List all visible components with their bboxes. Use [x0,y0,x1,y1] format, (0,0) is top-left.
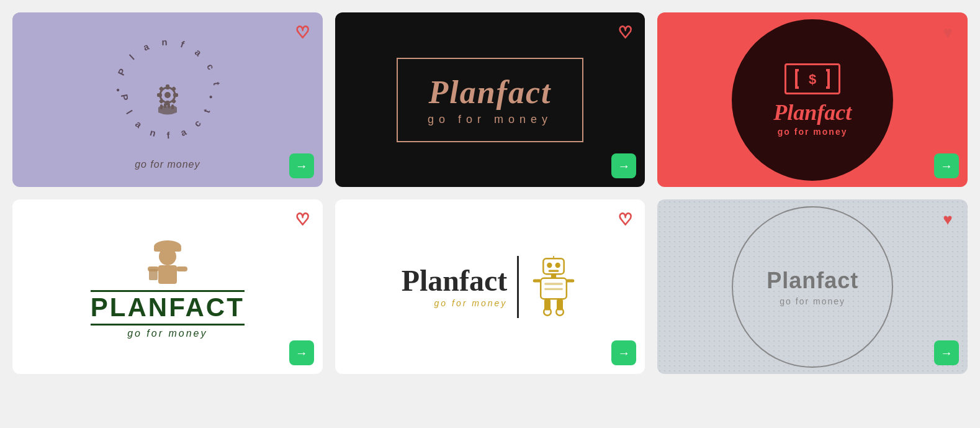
heart-icon: ♡ [295,211,310,227]
card-5-text: Planfact go for money [402,266,508,308]
heart-icon: ♡ [618,24,632,40]
card-4-brand: PLANFACT [91,290,245,325]
card-4-tagline: go for money [127,328,207,339]
card-2[interactable]: Planfact go for money ♡ → [335,12,645,187]
svg-point-31 [547,262,552,267]
svg-rect-6 [157,93,162,97]
svg-rect-39 [566,279,574,282]
svg-rect-10 [159,98,164,103]
card-6-heart-button[interactable]: ♥ [937,208,959,230]
circular-text-container: • P l a n f a c t • P l a n f a c t • [106,30,230,154]
svg-rect-15 [171,104,174,109]
dollar-box-icon: $ [794,68,831,90]
svg-rect-37 [544,288,563,289]
svg-rect-29 [149,269,158,280]
svg-point-32 [555,262,560,267]
circular-text-svg: • P l a n f a c t • P l a n f a c t • [106,30,230,154]
svg-point-25 [159,248,176,265]
card-5-brand: Planfact [402,266,508,296]
svg-rect-14 [168,103,170,108]
card-3-circle: $ Planfact go for money [732,19,893,181]
worker-figure-icon [143,234,192,290]
card-3[interactable]: $ Planfact go for money ♥ → [657,12,968,187]
card-6-brand: Planfact [766,268,858,294]
heart-icon: ♡ [295,24,310,40]
card-2-content: Planfact go for money [397,58,583,142]
card-3-brand: Planfact [773,99,852,125]
card-6-circle: Planfact go for money [732,206,893,368]
svg-rect-38 [533,279,541,282]
card-3-arrow-button[interactable]: → [934,153,959,178]
svg-rect-13 [164,103,166,108]
card-4-content: PLANFACT go for money [91,234,245,339]
card-3-heart-button[interactable]: ♥ [937,21,959,43]
svg-rect-8 [159,86,164,91]
heart-icon-filled: ♥ [943,24,952,40]
card-6[interactable]: Planfact go for money ♥ → [657,199,968,374]
svg-text:$: $ [809,71,816,87]
card-4-arrow-button[interactable]: → [289,340,314,365]
card-5-tagline: go for money [434,298,508,308]
heart-icon-filled: ♥ [943,211,952,227]
svg-rect-36 [544,283,563,285]
card-5-arrow-button[interactable]: → [611,340,636,365]
card-5-heart-button[interactable]: ♡ [614,208,636,230]
svg-rect-21 [827,69,830,89]
svg-rect-11 [171,98,176,103]
card-3-dollar-box: $ [784,63,840,94]
svg-rect-26 [158,265,177,284]
card-5[interactable]: Planfact go for money [335,199,645,374]
card-4-heart-button[interactable]: ♡ [292,208,314,230]
card-1-content: • P l a n f a c t • P l a n f a c t • [12,12,323,187]
robot-figure-icon [529,256,578,318]
card-1-heart-button[interactable]: ♡ [292,21,314,43]
card-2-arrow-button[interactable]: → [611,153,636,178]
svg-rect-33 [549,270,559,271]
card-3-tagline: go for money [778,127,848,137]
svg-rect-9 [171,86,176,91]
card-6-arrow-button[interactable]: → [934,340,959,365]
svg-text:• P l a n f a c t •: • P l a n f a c t • [106,30,223,92]
card-2-heart-button[interactable]: ♡ [614,21,636,43]
card-5-content: Planfact go for money [402,256,579,318]
card-6-tagline: go for money [780,296,845,306]
svg-rect-18 [795,69,798,89]
heart-icon: ♡ [618,211,632,227]
svg-rect-4 [166,84,169,89]
logo-grid: • P l a n f a c t • P l a n f a c t • [12,12,968,374]
svg-point-3 [164,92,171,98]
card-1-tagline: go for money [135,159,200,170]
svg-rect-7 [173,93,178,97]
card-1[interactable]: • P l a n f a c t • P l a n f a c t • [12,12,323,187]
card-4[interactable]: PLANFACT go for money ♡ → [12,199,323,374]
card-2-tagline: go for money [428,113,552,126]
card-2-brand: Planfact [428,74,551,111]
svg-rect-28 [176,266,187,271]
svg-rect-12 [160,104,163,109]
card-5-divider [517,256,519,318]
card-1-arrow-button[interactable]: → [289,153,314,178]
